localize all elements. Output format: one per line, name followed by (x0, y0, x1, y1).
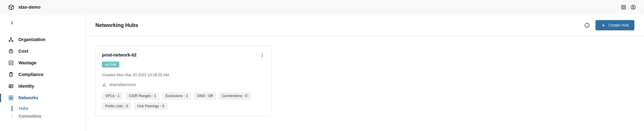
sidebar: Organization $ Cost Wastage Compliance I… (0, 15, 86, 131)
tag-prefix-lists[interactable]: Prefix Lists - 0 (102, 102, 131, 110)
identity-icon (8, 83, 14, 89)
org-small-icon (102, 83, 106, 87)
svg-point-6 (10, 38, 12, 39)
cost-icon: $ (8, 48, 14, 54)
status-badge: ACTIVE (102, 62, 119, 68)
sidebar-sub-connections[interactable]: Connections (12, 112, 86, 120)
stax-logo-icon (8, 4, 14, 11)
sidebar-item-wastage[interactable]: Wastage (0, 57, 86, 69)
svg-rect-0 (622, 5, 623, 7)
svg-point-24 (262, 55, 263, 56)
tag-cidr-ranges[interactable]: CIDR Ranges - 1 (126, 92, 160, 100)
page-title: Networking Hubs (96, 22, 138, 28)
info-icon[interactable] (584, 23, 590, 28)
svg-point-8 (12, 41, 13, 42)
topbar-left: stax-demo (8, 4, 40, 11)
main-header: Networking Hubs Create Hub (86, 15, 644, 36)
sidebar-item-label: Cost (18, 49, 28, 54)
svg-point-25 (262, 56, 263, 57)
svg-point-5 (632, 6, 634, 7)
sidebar-sub-label: Hubs (19, 106, 28, 110)
compliance-icon (8, 72, 14, 78)
svg-rect-1 (624, 5, 626, 7)
svg-point-14 (10, 86, 11, 87)
tag-vpcs[interactable]: VPCs - 1 (102, 92, 123, 100)
sidebar-item-compliance[interactable]: Compliance (0, 69, 86, 80)
sidebar-sub: Hubs Connections (12, 104, 86, 120)
svg-point-7 (9, 41, 10, 42)
hub-name: prod-network-02 (102, 52, 136, 58)
sidebar-item-organization[interactable]: Organization (0, 34, 86, 45)
svg-rect-2 (622, 8, 623, 9)
create-hub-button[interactable]: Create Hub (596, 20, 634, 30)
sidebar-item-label: Compliance (18, 72, 44, 77)
svg-point-20 (587, 24, 587, 25)
tag-connections[interactable]: Connections - 0 (219, 92, 250, 100)
plus-icon (601, 23, 606, 28)
svg-point-23 (262, 54, 263, 54)
sidebar-sub-label: Connections (19, 114, 41, 118)
sidebar-item-label: Networks (18, 95, 38, 100)
org-name: sharedservices (109, 82, 136, 87)
create-hub-label: Create Hub (608, 23, 629, 28)
tag-dns[interactable]: DNS - Off (194, 92, 216, 100)
sidebar-item-label: Wastage (18, 60, 36, 66)
svg-point-26 (104, 83, 104, 84)
networks-icon (8, 95, 14, 101)
topbar-right (621, 5, 636, 10)
wastage-icon (8, 60, 14, 66)
svg-rect-3 (624, 8, 626, 9)
tag-hub-peerings[interactable]: Hub Peerings - 0 (134, 102, 168, 110)
created-text: Created Mon Mar 20 2023 10:18:25 AM (102, 73, 265, 77)
sidebar-item-label: Identity (18, 84, 34, 89)
user-circle-icon[interactable] (630, 5, 636, 10)
tag-exclusions[interactable]: Exclusions - 1 (162, 92, 191, 100)
topbar-title: stax-demo (18, 5, 40, 10)
svg-text:$: $ (10, 50, 12, 53)
content: prod-network-02 ACTIVE Created Mon Mar 2… (86, 36, 644, 126)
topbar: stax-demo (0, 0, 644, 15)
layout: Organization $ Cost Wastage Compliance I… (0, 15, 644, 131)
sidebar-item-identity[interactable]: Identity (0, 80, 86, 92)
sidebar-sub-hubs[interactable]: Hubs (12, 104, 86, 112)
org-row: sharedservices (102, 82, 265, 87)
organization-icon (8, 37, 14, 43)
svg-point-27 (103, 86, 104, 86)
main: Networking Hubs Create Hub prod-network-… (86, 15, 644, 131)
hub-card[interactable]: prod-network-02 ACTIVE Created Mon Mar 2… (96, 46, 272, 116)
hub-tags: VPCs - 1 CIDR Ranges - 1 Exclusions - 1 … (102, 92, 265, 110)
main-header-right: Create Hub (584, 20, 634, 30)
sidebar-back-button[interactable] (8, 19, 16, 27)
kebab-menu-icon[interactable] (260, 52, 265, 58)
sidebar-item-networks[interactable]: Networks (0, 92, 86, 104)
svg-point-28 (105, 86, 106, 86)
card-header: prod-network-02 (102, 52, 265, 58)
apps-grid-icon[interactable] (621, 5, 626, 10)
sidebar-item-label: Organization (18, 37, 45, 42)
sidebar-item-cost[interactable]: $ Cost (0, 45, 86, 57)
